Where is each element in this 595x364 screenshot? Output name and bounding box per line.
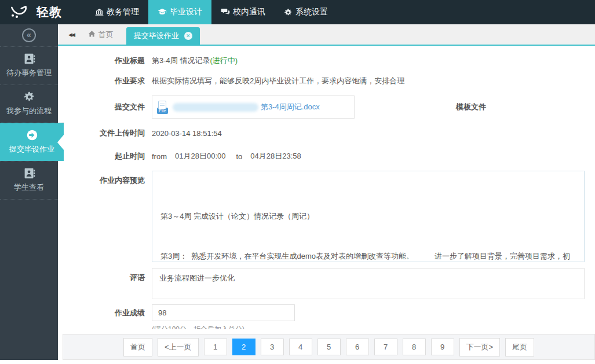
row-comment: 评语 业务流程图进一步优化 [58,268,595,299]
close-icon[interactable]: ✕ [184,32,192,40]
pagination-prev-button[interactable]: <上一页 [158,338,199,356]
nav-item-campus-message[interactable]: 校内通讯 [211,0,275,24]
range-to-word: to [236,152,242,161]
upload-time-label: 文件上传时间 [58,128,145,138]
tab-submit-homework[interactable]: 提交毕设作业 ✕ [126,27,200,45]
pagination-next-button[interactable]: 下一页> [459,338,501,356]
logo-text: 轻教 [36,4,62,20]
row-submitted-file: 提交文件 File 第3-4周周记.docx 模板文件 [58,95,595,119]
comment-textarea[interactable]: 业务流程图进一步优化 [152,268,585,299]
row-score: 作业成绩 [58,304,595,321]
collapse-sidebar-button[interactable]: « [22,28,36,42]
pagination-page-button[interactable]: 8 [403,339,426,355]
logo-icon [9,3,31,21]
sidebar-item-submit-homework[interactable]: 提交毕设作业 [0,123,64,161]
score-input[interactable] [152,304,295,321]
sidebar-divider [0,199,58,200]
pagination-page-button[interactable]: 7 [374,339,397,355]
template-file-label: 模板文件 [456,102,486,112]
nav-item-label: 教务管理 [107,7,139,17]
sidebar-item-student-view[interactable]: 学生查看 [0,161,58,199]
pagination-first-button[interactable]: 首页 [123,338,152,356]
score-label: 作业成绩 [58,308,145,318]
nav-item-label: 校内通讯 [233,7,265,17]
content-preview-label: 作业内容预览 [58,171,145,186]
gear-icon [0,91,58,103]
content-area: ◀◀ 首页 提交毕设作业 ✕ 作业标题 第3-4周 情况记录(进行中) [58,24,595,360]
sidebar-item-label: 提交毕设作业 [9,145,54,153]
tab-home-label: 首页 [98,30,114,40]
tab-active-label: 提交毕设作业 [134,31,179,41]
row-score-hint: (满分100分，折合后加入总分) [58,325,595,329]
nav-item-graduation-design[interactable]: 毕业设计 [148,0,211,24]
sidebar-item-label: 学生查看 [14,183,44,192]
homework-title-value: 第3-4周 情况记录(进行中) [152,56,238,66]
row-date-range: 起止时间 from 01月28日00:00 to 04月28日23:58 [58,151,595,161]
form-panel: 作业标题 第3-4周 情况记录(进行中) 作业要求 根据实际情况填写，能够反映2… [58,46,595,329]
nav-item-label: 系统设置 [295,7,328,17]
pagination-page-button[interactable]: 1 [204,339,227,355]
nav-item-system-settings[interactable]: 系统设置 [275,0,337,24]
row-upload-time: 文件上传时间 2020-03-14 18:51:54 [58,128,595,138]
arrow-circle-right-icon [0,129,64,141]
score-hint-text: (满分100分，折合后加入总分) [152,325,244,329]
institution-icon [95,8,104,17]
tab-bar: ◀◀ 首页 提交毕设作业 ✕ [58,24,595,46]
range-to-value: 04月28日23:58 [250,151,301,161]
graduation-cap-icon [158,8,167,17]
top-navbar: 轻教 教务管理 毕业设计 校内通讯 [0,0,595,24]
pagination-bar: 首页 <上一页 1 2 3 4 5 6 7 8 9 下一页> 尾页 [63,334,595,360]
sidebar-collapse-row: « [0,24,58,46]
address-book-icon [0,167,58,179]
pagination-page-button[interactable]: 9 [431,339,454,355]
address-book-icon [0,53,58,65]
pagination-page-button-active[interactable]: 2 [232,339,255,355]
nav-item-label: 毕业设计 [170,7,202,17]
range-from-value: 01月28日00:00 [175,151,225,161]
status-badge: (进行中) [210,56,238,65]
homework-requirement-value: 根据实际情况填写，能够反映2周内毕业设计工作，要求内容饱满，安排合理 [152,76,404,86]
sidebar-item-my-processes[interactable]: 我参与的流程 [0,84,58,123]
row-homework-requirement: 作业要求 根据实际情况填写，能够反映2周内毕业设计工作，要求内容饱满，安排合理 [58,76,595,86]
pagination-page-button[interactable]: 5 [317,339,341,355]
comment-label: 评语 [58,268,145,283]
comments-icon [221,8,230,17]
upload-time-value: 2020-03-14 18:51:54 [152,129,222,138]
nav-item-academic-affairs[interactable]: 教务管理 [86,0,148,24]
date-range-label: 起止时间 [58,151,145,161]
pagination-page-button[interactable]: 6 [346,339,369,355]
row-content-preview: 作业内容预览 第3～4周 完成设计（论文）情况记录（周记） 第3周： 熟悉开发环… [58,171,595,262]
content-preview-textarea[interactable]: 第3～4周 完成设计（论文）情况记录（周记） 第3周： 熟悉开发环境，在平台实现… [152,171,585,262]
homework-requirement-label: 作业要求 [58,76,145,86]
sidebar-item-label: 待办事务管理 [6,68,52,77]
preview-line-1: 第3～4周 完成设计（论文）情况记录（周记） [160,209,576,223]
submitted-file-box: File 第3-4周周记.docx [152,95,355,119]
gear-icon [284,8,293,17]
pagination-page-button[interactable]: 3 [261,339,284,355]
sidebar-item-label: 我参与的流程 [6,106,52,115]
preview-line-2: 第3周： 熟悉开发环境，在平台实现生成demo表及对表的增删改查等功能。 进一步… [160,249,576,262]
pagination-last-button[interactable]: 尾页 [505,338,534,356]
sidebar: « 待办事务管理 我参与的流程 提交毕设作业 [0,24,58,360]
range-from-word: from [152,152,167,161]
nav-menu: 教务管理 毕业设计 校内通讯 系统设置 [86,0,337,24]
file-download-link[interactable]: 第3-4周周记.docx [261,102,320,112]
sidebar-item-todo-management[interactable]: 待办事务管理 [0,46,58,84]
row-homework-title: 作业标题 第3-4周 情况记录(进行中) [58,56,595,66]
homework-title-label: 作业标题 [58,56,145,66]
app-window: 轻教 教务管理 毕业设计 校内通讯 [0,0,595,364]
brand-logo[interactable]: 轻教 [0,0,81,24]
tabs-back-button[interactable]: ◀◀ [63,25,80,45]
pagination-page-button[interactable]: 4 [289,339,312,355]
home-icon [88,30,96,39]
submitted-file-label: 提交文件 [58,102,145,112]
body-wrap: « 待办事务管理 我参与的流程 提交毕设作业 [0,24,595,360]
tab-home[interactable]: 首页 [80,25,122,45]
file-icon: File [157,101,168,114]
redacted-filename [173,103,258,112]
